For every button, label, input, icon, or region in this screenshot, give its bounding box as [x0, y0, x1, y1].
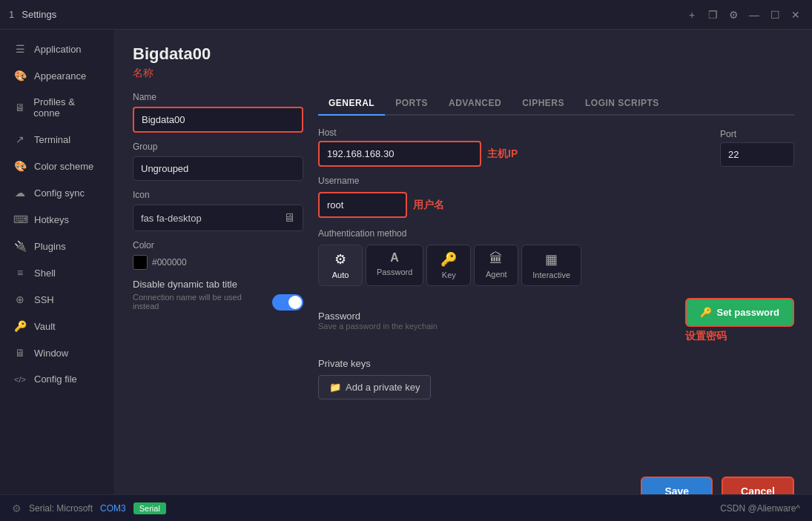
application-icon: ☰	[13, 43, 27, 55]
auth-key[interactable]: 🔑 Key	[426, 245, 471, 286]
group-label: Group	[133, 142, 303, 152]
auto-icon: ⚙	[334, 251, 346, 268]
plugins-icon: 🔌	[13, 240, 27, 252]
window-icon: 🖥	[13, 347, 27, 359]
ssh-icon: ⊕	[13, 293, 27, 305]
window-controls: + ❐ ⚙ — ☐ ✕	[684, 7, 803, 22]
toggle-title: Disable dynamic tab title	[133, 279, 303, 290]
terminal-icon: ↗	[13, 133, 27, 145]
auth-section: Authentication method ⚙ Auto A Password	[318, 228, 794, 286]
sidebar-item-label: Appearance	[34, 70, 86, 82]
color-group: Color #000000	[133, 240, 303, 270]
sidebar-item-label: Window	[34, 348, 68, 359]
status-bar: ⚙ Serial: Microsoft COM3 Serial CSDN @Al…	[0, 494, 812, 521]
tab-ports[interactable]: PORTS	[385, 92, 438, 116]
port-input[interactable]	[720, 142, 794, 167]
maximize-button[interactable]: ☐	[768, 7, 782, 22]
sidebar-item-label: Shell	[34, 268, 56, 279]
sidebar-item-profiles[interactable]: 🖥 Profiles & conne	[3, 90, 111, 125]
color-selector[interactable]: #000000	[133, 255, 303, 270]
vault-icon: 🔑	[13, 320, 27, 332]
auth-agent[interactable]: 🏛 Agent	[474, 245, 518, 286]
tab-general[interactable]: GENERAL	[318, 92, 385, 116]
sidebar-item-terminal[interactable]: ↗ Terminal	[3, 127, 111, 152]
auth-auto[interactable]: ⚙ Auto	[318, 245, 363, 286]
sidebar-item-configsync[interactable]: ☁ Config sync	[3, 180, 111, 205]
host-group: Host 主机IP	[318, 127, 713, 167]
port-group: Port	[720, 129, 794, 167]
sidebar-item-application[interactable]: ☰ Application	[3, 36, 111, 62]
close-button[interactable]: ✕	[788, 7, 803, 22]
set-password-label: Set password	[716, 307, 779, 318]
key-icon: 🔑	[440, 251, 457, 268]
sidebar-item-label: Vault	[34, 321, 56, 332]
sidebar-item-window[interactable]: 🖥 Window	[3, 340, 111, 365]
add-key-label: Add a private key	[346, 382, 420, 393]
dynamic-title-toggle[interactable]	[272, 294, 303, 311]
password-annotation: 设置密码	[685, 330, 727, 343]
sidebar-item-plugins[interactable]: 🔌 Plugins	[3, 233, 111, 259]
tab-loginscripts[interactable]: LOGIN SCRIPTS	[575, 92, 670, 116]
sidebar: ☰ Application 🎨 Appearance 🖥 Profiles & …	[0, 30, 115, 521]
auth-interactive[interactable]: ▦ Interactive	[521, 245, 581, 286]
gear-icon: ⚙	[12, 502, 22, 514]
auth-interactive-label: Interactive	[532, 271, 570, 279]
icon-label: Icon	[133, 190, 303, 200]
credit-text: CSDN @Alienware^	[720, 503, 800, 514]
group-input[interactable]	[133, 156, 303, 181]
settings-button[interactable]: ⚙	[726, 7, 741, 22]
window-title: Settings	[22, 9, 677, 20]
username-group: Username 用户名	[318, 176, 794, 218]
tab-ciphers[interactable]: CIPHERS	[512, 92, 575, 116]
configsync-icon: ☁	[13, 187, 27, 199]
host-label: Host	[318, 127, 713, 138]
minimize-button[interactable]: —	[747, 7, 762, 22]
username-input[interactable]	[318, 192, 407, 218]
group-group: Group	[133, 142, 303, 181]
key-icon: 🔑	[700, 307, 712, 318]
configfile-icon: </>	[13, 375, 27, 384]
sidebar-item-label: Color scheme	[34, 161, 93, 172]
port-label: Port	[720, 129, 794, 139]
password-desc: Save a password in the keychain	[318, 322, 685, 331]
host-port-row: Host 主机IP Port	[318, 127, 794, 167]
auth-label: Authentication method	[318, 228, 794, 239]
private-keys-label: Private keys	[318, 358, 794, 369]
colorscheme-icon: 🎨	[13, 160, 27, 172]
sidebar-item-vault[interactable]: 🔑 Vault	[3, 313, 111, 339]
password-icon: A	[390, 251, 399, 265]
username-annotation: 用户名	[413, 199, 444, 212]
serial-text: Serial: Microsoft	[29, 503, 93, 514]
set-password-button[interactable]: 🔑 Set password	[685, 298, 794, 327]
add-key-button[interactable]: 📁 Add a private key	[318, 375, 431, 399]
host-input[interactable]	[318, 141, 481, 167]
name-input[interactable]	[133, 107, 303, 133]
auth-agent-label: Agent	[486, 270, 507, 279]
sidebar-item-hotkeys[interactable]: ⌨ Hotkeys	[3, 207, 111, 232]
dialog-title: Bigdata00	[133, 44, 794, 64]
tabs: GENERAL PORTS ADVANCED CIPHERS LOGIN SCR…	[318, 92, 794, 116]
sidebar-item-label: Application	[34, 44, 82, 55]
sidebar-item-appearance[interactable]: 🎨 Appearance	[3, 63, 111, 88]
auth-password[interactable]: A Password	[366, 245, 423, 286]
sidebar-item-ssh[interactable]: ⊕ SSH	[3, 287, 111, 312]
toggle-row: Disable dynamic tab title Connection nam…	[133, 279, 303, 311]
sidebar-item-label: Config file	[34, 374, 77, 385]
serial-badge: Serial	[133, 502, 166, 514]
password-header: Password Save a password in the keychain…	[318, 298, 794, 343]
shell-icon: ≡	[13, 267, 27, 279]
new-tab-button[interactable]: +	[684, 7, 699, 22]
icon-selector[interactable]: fas fa-desktop 🖥	[133, 205, 303, 231]
layout-button[interactable]: ❐	[705, 7, 720, 22]
sidebar-item-configfile[interactable]: </> Config file	[3, 367, 111, 391]
icon-value: fas fa-desktop	[141, 213, 279, 224]
folder-icon: 📁	[329, 382, 341, 393]
auth-buttons: ⚙ Auto A Password 🔑 Key	[318, 245, 794, 286]
sidebar-item-colorscheme[interactable]: 🎨 Color scheme	[3, 153, 111, 179]
content-area: Bigdata00 名称 Name Group Icon	[115, 30, 812, 521]
name-group: Name	[133, 92, 303, 133]
sidebar-item-label: Plugins	[34, 241, 66, 252]
tab-advanced[interactable]: ADVANCED	[438, 92, 512, 116]
password-title: Password	[318, 311, 685, 322]
sidebar-item-shell[interactable]: ≡ Shell	[3, 260, 111, 285]
